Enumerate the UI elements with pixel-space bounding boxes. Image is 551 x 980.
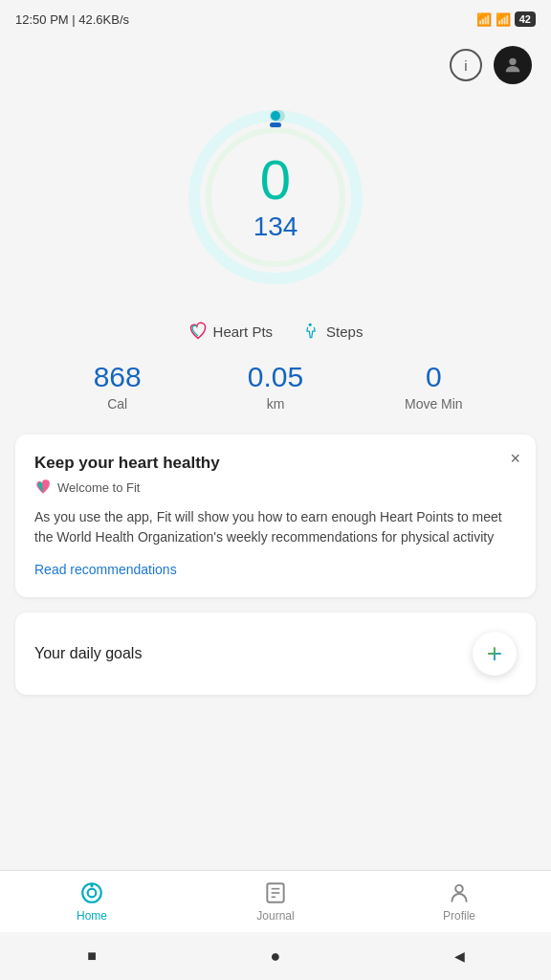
nav-profile[interactable]: Profile: [367, 880, 551, 923]
daily-goals-title: Your daily goals: [34, 645, 142, 662]
info-icon: i: [464, 57, 467, 74]
tab-heart-pts[interactable]: Heart Pts: [188, 322, 274, 341]
ring-center-values: 0 134: [253, 152, 298, 242]
top-icons-row: i: [0, 38, 551, 92]
nav-home[interactable]: Home: [0, 880, 184, 923]
journal-label: Journal: [256, 909, 294, 923]
avatar-button[interactable]: [494, 46, 532, 84]
battery-indicator: 42: [515, 11, 536, 27]
stop-icon: ■: [87, 947, 97, 965]
activity-ring[interactable]: 0 134: [180, 101, 371, 293]
steps-icon: [301, 322, 320, 341]
steps-label: Steps: [326, 323, 363, 340]
card-body: As you use the app, Fit will show you ho…: [34, 507, 517, 547]
cal-value: 868: [38, 360, 196, 394]
card-subtitle-row: Welcome to Fit: [34, 479, 517, 496]
steps-value: 134: [253, 212, 298, 242]
daily-goals-card: Your daily goals +: [15, 612, 536, 695]
bottom-nav: Home Journal Profile: [0, 870, 551, 932]
status-speed: 42.6KB/s: [78, 12, 129, 27]
back-icon: ◀: [454, 948, 465, 964]
signal-icon: 📶: [476, 12, 492, 27]
add-goal-button[interactable]: +: [473, 632, 517, 676]
system-back-button[interactable]: ◀: [446, 943, 473, 969]
cal-label: Cal: [38, 396, 196, 412]
stat-move-min: 0 Move Min: [355, 360, 513, 412]
heart-points-value: 0: [253, 152, 298, 208]
km-value: 0.05: [196, 360, 354, 394]
svg-point-0: [509, 58, 516, 65]
svg-point-4: [271, 111, 280, 121]
card-subtitle: Welcome to Fit: [57, 480, 140, 495]
card-close-button[interactable]: ×: [510, 450, 520, 467]
home-icon: [79, 880, 104, 905]
plus-icon: +: [487, 640, 502, 667]
stat-cal: 868 Cal: [38, 360, 196, 412]
tab-steps[interactable]: Steps: [301, 322, 363, 341]
move-min-value: 0: [355, 360, 513, 394]
svg-point-7: [88, 889, 97, 898]
svg-rect-5: [270, 122, 281, 127]
system-stop-button[interactable]: ■: [78, 943, 105, 969]
activity-ring-section: 0 134: [0, 92, 551, 312]
fit-logo-icon: [34, 479, 52, 496]
profile-label: Profile: [443, 909, 475, 923]
status-time-speed: 12:50 PM | 42.6KB/s: [15, 12, 129, 27]
move-min-label: Move Min: [355, 396, 513, 412]
system-home-icon: ●: [271, 947, 281, 967]
system-nav: ■ ● ◀: [0, 932, 551, 980]
stats-row: 868 Cal 0.05 km 0 Move Min: [0, 360, 551, 412]
info-button[interactable]: i: [450, 49, 482, 81]
heart-pts-icon: [188, 322, 208, 341]
avatar-icon: [502, 55, 523, 76]
profile-icon: [447, 880, 472, 905]
read-recommendations-link[interactable]: Read recommendations: [34, 562, 177, 577]
journal-icon: [263, 880, 288, 905]
km-label: km: [196, 396, 354, 412]
card-title: Keep your heart healthy: [34, 454, 517, 473]
nav-journal[interactable]: Journal: [184, 880, 367, 923]
status-time: 12:50 PM: [15, 12, 69, 27]
metric-tabs: Heart Pts Steps: [0, 312, 551, 360]
status-bar: 12:50 PM | 42.6KB/s 📶 📶 42: [0, 0, 551, 38]
svg-point-13: [455, 885, 463, 893]
system-home-button[interactable]: ●: [262, 943, 289, 969]
home-label: Home: [77, 909, 107, 923]
stat-km: 0.05 km: [196, 360, 354, 412]
signal-icon-2: 📶: [496, 12, 511, 27]
welcome-card: × Keep your heart healthy Welcome to Fit…: [15, 434, 536, 597]
status-icons: 📶 📶 42: [476, 11, 536, 27]
svg-point-8: [90, 884, 93, 887]
heart-pts-label: Heart Pts: [213, 323, 274, 340]
